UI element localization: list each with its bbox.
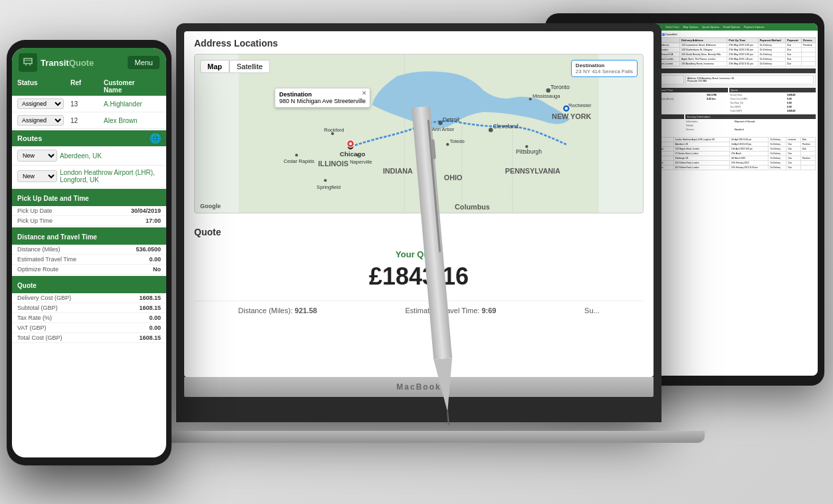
phone-travel-row: Estimated Travel Time 0.00	[12, 255, 166, 265]
map-tooltip-title: Destination	[279, 91, 366, 98]
phone-pickup-title: Pick Up Date and Time	[17, 195, 89, 202]
phone-status-select-1[interactable]: Assigned New In Progress	[17, 98, 64, 109]
macbook-label: MacBook	[396, 382, 441, 392]
distance-value: 921.58	[295, 307, 317, 315]
phone-quote-section-header: Quote	[12, 276, 166, 293]
phone-header: TransitQuote Menu	[12, 48, 166, 77]
phone-cell-ref-2: 12	[70, 117, 104, 124]
svg-text:OHIO: OHIO	[444, 174, 463, 182]
phone-delivery-value: 1608.15	[139, 295, 161, 301]
svg-text:Mississauga: Mississauga	[533, 93, 560, 99]
phone-device: TransitQuote Menu Status Ref CustomerNam…	[7, 40, 172, 465]
phone-cell-name-1[interactable]: A.Highlander	[104, 100, 161, 108]
tablet-journey-table: InformationShipment of Swords Vehicle Se…	[685, 120, 816, 132]
phone-subtotal-value: 1608.15	[139, 305, 161, 311]
sub-label: Su...	[584, 307, 600, 315]
globe-icon: 🌐	[150, 133, 161, 144]
phone-subtotal-row: Subtotal (GBP) 1608.15	[12, 303, 166, 313]
phone-route-row-1[interactable]: New Aberdeen, UK	[12, 146, 166, 166]
tablet-cell-pickup: 27th May 2019 3:35 pm	[727, 62, 758, 66]
tablet-cell-pickup: 27th May 2019 +00 pm	[727, 57, 758, 62]
svg-text:Naperville: Naperville	[350, 159, 372, 165]
tablet-nav-quote[interactable]: Quote Options	[701, 25, 721, 29]
tablet-nav-order[interactable]: Order Form	[664, 25, 681, 29]
phone-delivery-row: Delivery Cost (GBP) 1608.15	[12, 293, 166, 303]
phone-cell-status-2: Assigned New	[17, 115, 70, 126]
svg-text:Springfield: Springfield	[316, 184, 340, 190]
tablet-route-address2: Address: 103 Academy Street, Inverness, …	[685, 75, 814, 84]
tablet-cell-drivers	[802, 62, 816, 66]
quote-travel: Estimated Travel Time: 9:69	[406, 307, 497, 315]
svg-text:Toronto: Toronto	[550, 84, 570, 90]
tablet-cell-drivers	[802, 57, 816, 62]
svg-point-16	[529, 98, 532, 100]
quote-section-title: Quote	[194, 227, 644, 237]
phone-status-select-2[interactable]: Assigned New	[17, 115, 64, 126]
pen-tip-point	[447, 412, 449, 425]
map-tab-map[interactable]: Map	[200, 60, 229, 73]
quote-sub: Su...	[584, 307, 600, 315]
tablet-nav-map[interactable]: Map Options	[682, 25, 700, 29]
svg-point-43	[565, 107, 568, 110]
phone-route-status-1[interactable]: New	[17, 150, 57, 162]
map-tabs: Map Satellite	[200, 60, 270, 73]
tablet-cell-amount: Due	[785, 48, 801, 53]
phone-pickup-time-row: Pick Up Time 17:00	[12, 216, 166, 226]
quote-section: Quote Your Quote £1843.16 Distance (Mile…	[184, 220, 654, 321]
macbook-device: Address Locations Map Satellite ✕ Destin…	[176, 23, 661, 422]
map-dest-title: Destination	[576, 63, 633, 68]
macbook-screen: Address Locations Map Satellite ✕ Destin…	[184, 31, 654, 377]
phone-travel-label: Estimated Travel Time	[17, 256, 76, 263]
tablet-cell-delivery: 210 South Beverly Drive, Beverly Hills	[680, 53, 727, 57]
phone-total-row: Total Cost (GBP) 1608.15	[12, 333, 166, 343]
phone-menu-button[interactable]: Menu	[128, 56, 160, 69]
tablet-quote-table: Hourly Rate1408.40 Time Cost (GBP)0.00 T…	[729, 93, 816, 113]
phone-total-label: Total Cost (GBP)	[17, 334, 62, 341]
phone-vat-value: 0.00	[149, 324, 161, 331]
phone-route-status-2[interactable]: New	[17, 170, 57, 182]
svg-text:NEW YORK: NEW YORK	[552, 112, 591, 120]
phone-th-status: Status	[17, 79, 70, 94]
svg-point-32	[356, 154, 359, 156]
tablet-nav-email[interactable]: Email Options	[722, 25, 741, 29]
svg-text:INDIANA: INDIANA	[383, 166, 413, 174]
tablet-cell-payment: On Delivery	[758, 48, 785, 53]
svg-text:Toledo: Toledo	[450, 138, 465, 144]
phone-logo-text: TransitQuote	[41, 58, 94, 68]
tablet-th-amount: Payment	[785, 38, 801, 43]
tablet-th-payment: Payment Method	[758, 38, 785, 43]
tablet-cell-drivers	[802, 48, 816, 53]
phone-pickup-time-label: Pick Up Time	[17, 217, 53, 224]
phone-cell-name-2[interactable]: Alex Brown	[104, 117, 161, 124]
phone-table-row-1[interactable]: Assigned New In Progress 13 A.Highlander	[12, 96, 166, 112]
macbook-bottom-bar: MacBook	[184, 377, 654, 397]
your-quote-label: Your Quote	[201, 249, 637, 259]
tablet-cell-drivers: Pendrive	[802, 43, 816, 48]
tablet-filter-cancelled[interactable]: Cancelled	[662, 33, 677, 36]
tablet-cell-pickup: 27th May 2019 1:00 pm	[727, 43, 758, 48]
phone-logo-accent: Quote	[69, 58, 94, 68]
phone-subtotal-label: Subtotal (GBP)	[17, 305, 58, 311]
tablet-nav-payment[interactable]: Payment Options	[743, 25, 766, 29]
phone-table-row-2[interactable]: Assigned New 12 Alex Brown	[12, 112, 166, 129]
phone-table-headers: Status Ref CustomerName	[12, 77, 166, 96]
phone-optimize-row: Optimize Route No	[12, 265, 166, 275]
tablet-cell-delivery: 120 Dumbedums St, Glasgow	[680, 48, 727, 53]
distance-label: Distance (Miles):	[238, 307, 293, 315]
map-tooltip-close[interactable]: ✕	[362, 90, 367, 96]
phone-distance-label: Distance (Miles)	[17, 246, 60, 253]
map-tab-satellite[interactable]: Satellite	[229, 60, 270, 73]
svg-text:Pittsburgh: Pittsburgh	[516, 148, 542, 155]
tablet-th-pickup: Pick Up Time	[727, 38, 758, 43]
tablet-quote-header: Quote	[729, 88, 816, 92]
map-title: Address Locations	[194, 38, 644, 49]
phone-th-customer: CustomerName	[104, 79, 161, 94]
phone-distance-title: Distance and Travel Time	[17, 233, 97, 241]
svg-text:Cedar Rapids: Cedar Rapids	[284, 158, 314, 164]
tablet-cell-payment: On Delivery	[758, 43, 785, 48]
phone-route-row-2[interactable]: New London Heathrow Airport (LHR), Longf…	[12, 166, 166, 188]
phone-travel-value: 0.00	[149, 256, 161, 263]
tablet-cell-delivery: 123 Lansdowne Street, Baltimore	[680, 43, 727, 48]
phone-tax-label: Tax Rate (%)	[17, 315, 52, 321]
tablet-th-drivers: Drivers	[802, 38, 816, 43]
